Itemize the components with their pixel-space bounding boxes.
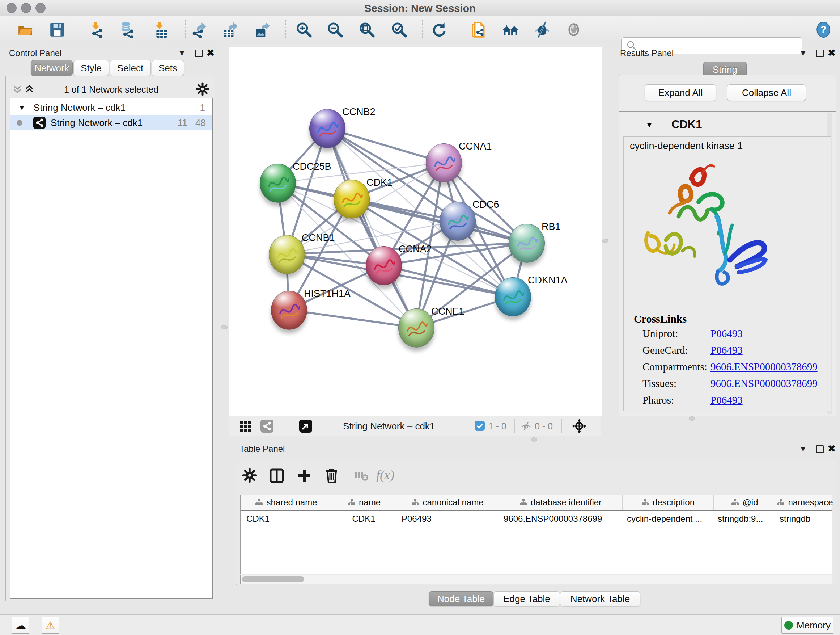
left-splitter-grip[interactable]	[221, 325, 227, 329]
grid-view-icon[interactable]	[240, 420, 252, 434]
table-panel-title: Table Panel	[240, 444, 285, 454]
gene-expand-icon[interactable]: ▼	[645, 120, 653, 130]
zoom-fit-content-icon[interactable]	[358, 21, 376, 38]
add-column-icon[interactable]	[296, 467, 314, 486]
memory-button[interactable]: Memory	[782, 617, 834, 633]
network-node[interactable]	[439, 202, 476, 241]
column-header-canonical-name[interactable]: canonical name	[396, 495, 499, 510]
control-panel-float-icon[interactable]	[195, 50, 202, 57]
tab-style[interactable]: Style	[73, 60, 109, 76]
string-style-icon[interactable]	[261, 420, 273, 434]
zoom-out-icon[interactable]	[326, 21, 344, 38]
control-panel-close-icon[interactable]: ✖	[207, 48, 215, 59]
selected-nodes-checkbox-icon[interactable]	[475, 421, 485, 432]
save-session-icon[interactable]	[49, 21, 66, 38]
toggle-graphics-details-icon[interactable]	[565, 21, 583, 38]
zoom-in-icon[interactable]	[295, 21, 313, 38]
right-splitter-grip[interactable]	[602, 239, 608, 243]
export-table-icon[interactable]	[222, 21, 239, 38]
export-network-icon[interactable]	[191, 21, 208, 38]
crosslink-link[interactable]: P06493	[711, 328, 743, 340]
table-panel-collapse-icon[interactable]: ▼	[799, 444, 807, 454]
table-panel-close-icon[interactable]: ✖	[828, 443, 836, 454]
column-header-database-identifier[interactable]: database identifier	[499, 495, 622, 510]
network-node[interactable]	[333, 180, 370, 219]
hidden-eye-icon[interactable]	[520, 420, 532, 433]
tab-node-table[interactable]: Node Table	[429, 591, 493, 606]
import-network-from-database-icon[interactable]	[120, 21, 137, 38]
network-node[interactable]	[426, 143, 462, 182]
fit-selected-crosshair-icon[interactable]	[572, 418, 587, 435]
network-node[interactable]	[269, 235, 305, 274]
crosslink-link[interactable]: P06493	[711, 394, 743, 406]
control-panel-collapse-icon[interactable]: ▼	[178, 49, 186, 58]
network-node[interactable]	[495, 277, 531, 317]
export-image-icon[interactable]	[254, 21, 271, 38]
tab-sets[interactable]: Sets	[152, 60, 184, 76]
warnings-button[interactable]: ⚠	[42, 617, 59, 633]
show-columns-icon[interactable]	[268, 467, 286, 486]
protein-thumbnail	[372, 255, 396, 277]
import-table-from-file-icon[interactable]	[153, 21, 171, 38]
protein-thumbnail	[501, 286, 525, 308]
tab-select[interactable]: Select	[110, 60, 151, 76]
table-horizontal-scrollbar[interactable]	[240, 575, 832, 584]
return-to-home-icon[interactable]	[502, 21, 519, 38]
results-splitter-grip[interactable]	[689, 416, 695, 421]
network-row[interactable]: String Network – cdk1 11 48	[10, 115, 212, 130]
bottom-splitter-grip[interactable]	[531, 437, 537, 442]
open-session-icon[interactable]	[17, 21, 34, 38]
results-panel-collapse-icon[interactable]: ▼	[799, 49, 807, 58]
birds-eye-view-icon[interactable]	[299, 420, 312, 434]
column-header--id[interactable]: @id	[714, 495, 776, 510]
network-node[interactable]	[508, 224, 545, 263]
network-node[interactable]	[366, 246, 402, 285]
scrollbar-thumb[interactable]	[242, 576, 304, 582]
collapse-all-button[interactable]: Collapse All	[727, 84, 806, 101]
table-row[interactable]: CDK1CDK1P064939606.ENSP00000378699cyclin…	[240, 511, 832, 527]
collection-expand-icon[interactable]: ▼	[18, 103, 26, 112]
protein-structure-image	[635, 158, 780, 296]
network-canvas[interactable]: CCNB2CCNA1CDC25BCDK1CDC6RB1CCNB1CCNA2CDK…	[229, 47, 602, 416]
results-panel-float-icon[interactable]	[816, 50, 824, 57]
network-node[interactable]	[309, 109, 346, 148]
node-label: CCNB2	[342, 106, 376, 118]
expand-all-button[interactable]: Expand All	[645, 84, 716, 101]
crosslink-link[interactable]: 9606.ENSP00000378699	[711, 378, 818, 390]
node-label: CCNA2	[399, 244, 432, 255]
table-panel-float-icon[interactable]	[816, 445, 824, 453]
crosslink-link[interactable]: P06493	[711, 344, 743, 356]
network-collection-row[interactable]: ▼ String Network – cdk1 1	[10, 100, 212, 115]
tab-network-table[interactable]: Network Table	[560, 591, 640, 606]
refresh-view-icon[interactable]	[430, 21, 447, 38]
svg-text:?: ?	[820, 24, 826, 35]
crosslink-link[interactable]: 9606.ENSP00000378699	[711, 361, 818, 373]
column-header-namespace[interactable]: namespace	[776, 495, 834, 510]
hide-unhide-nodes-icon[interactable]	[534, 21, 551, 38]
network-row-label: String Network – cdk1	[51, 117, 142, 128]
results-panel-close-icon[interactable]: ✖	[828, 48, 836, 59]
column-header-description[interactable]: description	[622, 495, 714, 510]
network-options-gear-icon[interactable]	[195, 82, 210, 98]
status-bar: ☁ ⚠ Memory	[0, 614, 840, 635]
zoom-selected-icon[interactable]	[390, 21, 408, 38]
function-builder-icon[interactable]: f(x)	[376, 467, 394, 483]
table-gear-icon[interactable]	[242, 467, 260, 486]
network-node[interactable]	[271, 291, 307, 330]
column-header-name[interactable]: name	[332, 495, 396, 510]
delete-column-icon[interactable]	[324, 467, 341, 486]
protein-thumbnail	[446, 210, 470, 233]
cloud-status-button[interactable]: ☁	[12, 617, 29, 633]
column-header-shared-name[interactable]: shared name	[240, 495, 332, 510]
tab-edge-table[interactable]: Edge Table	[493, 591, 560, 606]
tab-network[interactable]: Network	[31, 60, 73, 76]
network-node[interactable]	[398, 309, 434, 348]
help-icon[interactable]: ?	[815, 21, 832, 38]
open-network-in-string-icon[interactable]	[470, 21, 487, 38]
import-network-from-file-icon[interactable]	[89, 21, 107, 38]
network-node[interactable]	[260, 164, 296, 203]
table-cell: cyclin-dependent ...	[621, 511, 712, 527]
collection-label: String Network – cdk1	[34, 102, 126, 113]
delete-table-icon[interactable]	[353, 467, 371, 486]
node-table[interactable]: shared namenamecanonical namedatabase id…	[240, 494, 832, 574]
